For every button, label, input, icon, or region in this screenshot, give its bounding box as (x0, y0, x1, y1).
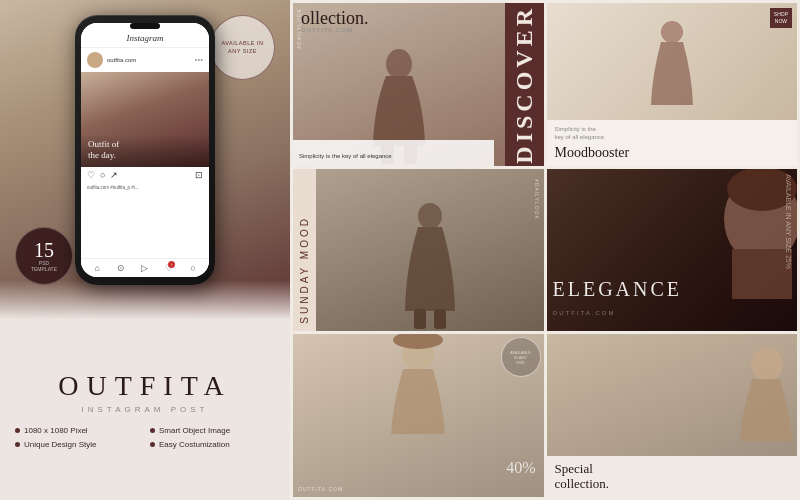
feature-item-2: Unique Design Style (15, 440, 140, 450)
phone-screen: Instagram outfita.com ••• Outfit of t (81, 23, 209, 277)
special-person (717, 346, 797, 456)
feature-item-1: 1080 x 1080 Pixel (15, 426, 140, 436)
post-actions: ♡ ○ ↗ ⊡ (81, 167, 209, 183)
svg-point-8 (661, 21, 683, 43)
bullet-3 (150, 428, 155, 433)
preview-brand: OUTFITA.COM (298, 486, 343, 492)
shop-now-badge: SHOP NOW (770, 8, 792, 28)
template-card-moodbooster[interactable]: SHOP NOW Simplicity is thekey of all ele… (547, 3, 798, 166)
activity-nav-icon[interactable]: ♡ + (165, 263, 173, 273)
svg-rect-10 (414, 309, 426, 329)
svg-point-16 (393, 334, 443, 349)
svg-rect-14 (732, 249, 792, 299)
bullet-2 (15, 442, 20, 447)
preview-available-ring: AVAILABLEIN ANYSIZE (501, 337, 541, 377)
special-title: Special collection. (555, 461, 790, 492)
post-account-name: outfita.com (107, 57, 191, 63)
bullet-4 (150, 442, 155, 447)
brand-subtitle: INSTAGRAM POST (82, 405, 209, 414)
feature-label-3: Smart Object Image (159, 426, 230, 436)
svg-point-17 (751, 347, 783, 381)
collection-header: ollection. OUTFITA.COM (293, 3, 376, 39)
available-badge: AVAILABLE IN ANY SIZE (210, 15, 275, 80)
discover-caption-text: Simplicity is the key of all elegance (299, 153, 392, 159)
special-bottom: Special collection. (547, 456, 798, 497)
template-card-discover[interactable]: ollection. OUTFITA.COM #DAILYLOOK DISCOV… (293, 3, 544, 166)
psd-badge: 15 PSDTEMPLATE (15, 227, 73, 285)
elegance-brand: OUTFITA.COM (553, 310, 616, 316)
moodbooster-image: SHOP NOW (547, 3, 798, 120)
template-card-special[interactable]: Special collection. (547, 334, 798, 497)
discover-caption: Simplicity is the key of all elegance (293, 140, 494, 166)
phone-mockup: Instagram outfita.com ••• Outfit of t (75, 15, 215, 285)
feature-label-2: Unique Design Style (24, 440, 96, 450)
psd-number: 15 (34, 240, 54, 260)
moodbooster-caption: Simplicity is thekey of all elegance (555, 125, 790, 142)
preview-ring-text: AVAILABLEIN ANYSIZE (508, 348, 533, 368)
phone-body: Instagram outfita.com ••• Outfit of t (75, 15, 215, 285)
feature-label-4: Easy Costumization (159, 440, 230, 450)
elegance-title-container: ELEGANCE OUTFITA.COM (553, 278, 683, 319)
brand-section: OUTFITA INSTAGRAM POST 1080 x 1080 Pixel… (0, 320, 290, 500)
psd-subtitle: PSDTEMPLATE (31, 260, 57, 273)
sunday-hashtag: #DAILYLOOK (534, 179, 540, 220)
post-image: Outfit of the day. (81, 72, 209, 167)
elegance-face (702, 169, 797, 299)
feature-item-3: Smart Object Image (150, 426, 275, 436)
post-avatar (87, 52, 103, 68)
notification-badge: + (168, 261, 175, 268)
phone-notch (130, 23, 160, 29)
left-panel: AVAILABLE IN ANY SIZE 15 PSDTEMPLATE Ins… (0, 0, 290, 500)
instagram-nav: ⌂ ⊙ ▷ ♡ + ○ (81, 258, 209, 277)
bullet-1 (15, 428, 20, 433)
sunday-person (390, 201, 470, 331)
post-more-icon: ••• (195, 56, 203, 65)
svg-point-5 (386, 49, 412, 79)
profile-nav-icon[interactable]: ○ (190, 263, 195, 273)
heart-icon[interactable]: ♡ (87, 170, 95, 180)
features-list: 1080 x 1080 Pixel Smart Object Image Uni… (0, 426, 290, 450)
discover-vertical-container: DISCOVER (505, 3, 544, 166)
sunday-mood-text: SUNDAY MOOD (293, 169, 316, 332)
comment-icon[interactable]: ○ (100, 170, 105, 180)
feature-item-4: Easy Costumization (150, 440, 275, 450)
svg-rect-11 (434, 309, 446, 329)
moodbooster-person (637, 20, 707, 120)
available-badge-text: AVAILABLE IN ANY SIZE (211, 36, 274, 59)
share-icon[interactable]: ↗ (110, 170, 118, 180)
elegance-percent: AVAILABLE IN ANY SIZE 25% (785, 174, 792, 269)
preview-person (373, 334, 463, 454)
search-nav-icon[interactable]: ⊙ (117, 263, 125, 273)
bookmark-icon[interactable]: ⊡ (195, 170, 203, 180)
elegance-percent-badge: AVAILABLE IN ANY SIZE 25% (785, 174, 792, 273)
brand-title: OUTFITA (58, 370, 232, 402)
discover-text: DISCOVER (511, 5, 538, 164)
preview-percent: 40% (506, 459, 535, 477)
feature-label-1: 1080 x 1080 Pixel (24, 426, 88, 436)
post-caption: outfita.com #outfita_p #i... (81, 183, 209, 195)
moodbooster-bottom: Simplicity is thekey of all elegance Moo… (547, 120, 798, 166)
elegance-title: ELEGANCE (553, 278, 683, 301)
post-caption-overlay: Outfit of the day. (81, 134, 209, 167)
special-image (547, 334, 798, 455)
moodbooster-title: Moodbooster (555, 145, 790, 161)
svg-point-9 (418, 203, 442, 229)
template-card-bottom-left[interactable]: OUTFITA.COM 40% AVAILABLEIN ANYSIZE (293, 334, 544, 497)
template-card-sunday[interactable]: SUNDAY MOOD #DAILYLOOK (293, 169, 544, 332)
template-card-elegance[interactable]: ELEGANCE OUTFITA.COM AVAILABLE IN ANY SI… (547, 169, 798, 332)
instagram-logo: Instagram (126, 33, 163, 43)
templates-grid: ollection. OUTFITA.COM #DAILYLOOK DISCOV… (290, 0, 800, 500)
home-nav-icon[interactable]: ⌂ (94, 263, 99, 273)
post-outfit-text: Outfit of the day. (88, 139, 202, 162)
reels-nav-icon[interactable]: ▷ (141, 263, 148, 273)
sunday-image-area: #DAILYLOOK (316, 169, 544, 332)
post-header: outfita.com ••• (81, 48, 209, 72)
collection-title: ollection. (301, 9, 368, 27)
main-container: AVAILABLE IN ANY SIZE 15 PSDTEMPLATE Ins… (0, 0, 800, 500)
